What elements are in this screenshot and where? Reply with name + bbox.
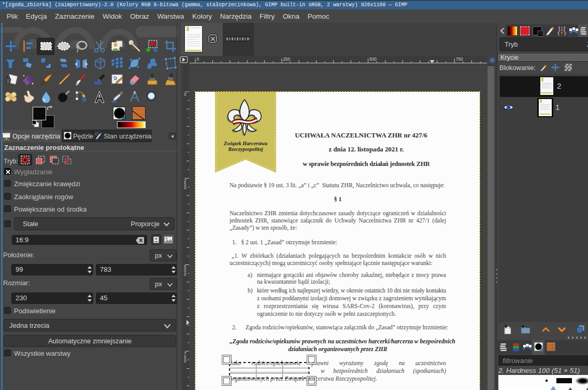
svg-text:500: 500: [369, 57, 377, 62]
svg-text:750: 750: [456, 57, 463, 62]
svg-text:250: 250: [283, 57, 290, 62]
svg-text:0: 0: [184, 92, 187, 97]
svg-text:0: 0: [184, 185, 187, 190]
svg-text:0: 0: [184, 358, 187, 364]
svg-text:0: 0: [197, 57, 199, 62]
svg-text:0: 0: [184, 272, 187, 277]
